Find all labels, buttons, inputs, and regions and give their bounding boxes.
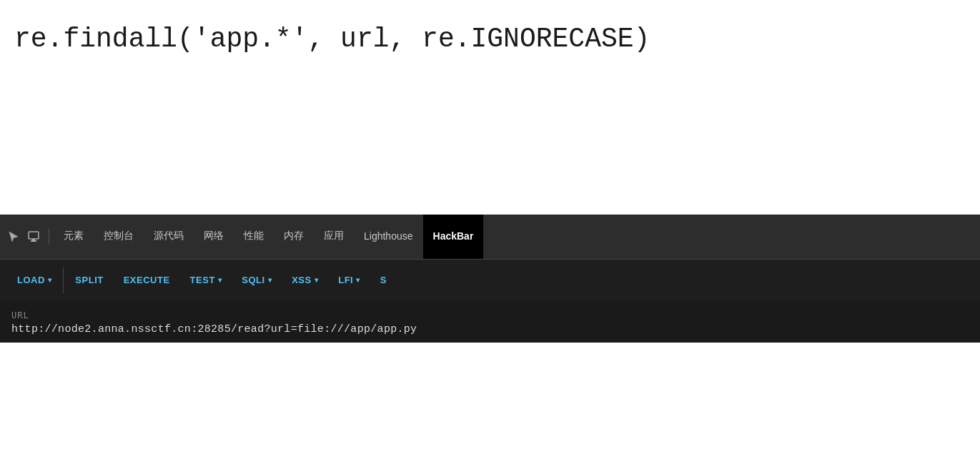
tab-lighthouse[interactable]: Lighthouse — [354, 215, 423, 259]
load-dropdown-arrow: ▾ — [48, 276, 52, 284]
devtools-tabbar: 元素 控制台 源代码 网络 性能 内存 应用 Lighthouse HackBa… — [0, 215, 980, 259]
tab-memory[interactable]: 内存 — [274, 215, 314, 259]
tab-network[interactable]: 网络 — [194, 215, 234, 259]
svg-rect-0 — [29, 232, 39, 239]
xss-button[interactable]: XSS ▾ — [282, 270, 328, 290]
tab-elements[interactable]: 元素 — [54, 215, 94, 259]
xss-dropdown-arrow: ▾ — [315, 276, 319, 284]
test-dropdown-arrow: ▾ — [218, 276, 222, 284]
url-area[interactable]: URL http://node2.anna.nssctf.cn:28285/re… — [0, 300, 980, 343]
svg-rect-2 — [32, 239, 35, 240]
execute-button[interactable]: EXECUTE — [114, 270, 180, 290]
lfi-button[interactable]: LFI ▾ — [328, 270, 370, 290]
sqli-button[interactable]: SQLI ▾ — [232, 270, 282, 290]
tab-console[interactable]: 控制台 — [94, 215, 144, 259]
cursor-icon[interactable] — [6, 229, 21, 245]
tab-performance[interactable]: 性能 — [234, 215, 274, 259]
split-button[interactable]: SPLIT — [65, 270, 113, 290]
svg-rect-1 — [31, 240, 36, 242]
main-content-area: re.findall('app.*', url, re.IGNORECASE) — [0, 0, 980, 215]
tab-application[interactable]: 应用 — [314, 215, 354, 259]
hackbar-toolbar: LOAD ▾ SPLIT EXECUTE TEST ▾ SQLI ▾ XSS ▾… — [0, 259, 980, 300]
inspect-icon[interactable] — [26, 229, 41, 245]
tab-sources[interactable]: 源代码 — [144, 215, 194, 259]
toolbar-divider-1 — [63, 267, 64, 293]
tab-hackbar[interactable]: HackBar — [423, 215, 484, 259]
load-button[interactable]: LOAD ▾ — [7, 270, 61, 290]
s-button[interactable]: S — [370, 270, 397, 290]
sqli-dropdown-arrow: ▾ — [268, 276, 272, 284]
lfi-dropdown-arrow: ▾ — [356, 276, 360, 284]
code-expression: re.findall('app.*', url, re.IGNORECASE) — [14, 21, 650, 56]
test-button[interactable]: TEST ▾ — [180, 270, 232, 290]
devtools-icons-group — [6, 229, 49, 245]
hackbar-url-section: URL http://node2.anna.nssctf.cn:28285/re… — [0, 300, 980, 343]
url-label: URL — [11, 310, 969, 320]
url-value: http://node2.anna.nssctf.cn:28285/read?u… — [11, 323, 969, 335]
